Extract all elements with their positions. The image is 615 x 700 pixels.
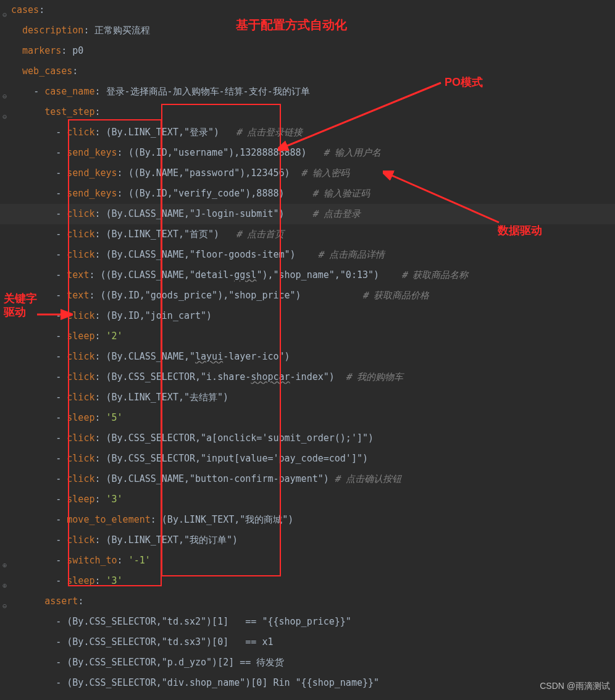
annotation-label-po-mode: PO模式: [445, 72, 483, 93]
annotation-label-keyword-2: 驱动: [4, 302, 26, 323]
fold-toggle-icon[interactable]: ⊕: [2, 576, 9, 596]
fold-toggle-icon[interactable]: ⊖: [2, 86, 9, 107]
fold-toggle-icon[interactable]: ⊖: [2, 107, 9, 127]
fold-toggle-icon[interactable]: ⊕: [2, 555, 9, 576]
fold-toggle-icon[interactable]: ⊖: [2, 5, 9, 25]
watermark: CSDN @雨滴测试: [540, 676, 610, 696]
fold-toggle-icon[interactable]: ⊖: [2, 596, 9, 617]
annotation-label-data-driven: 数据驱动: [498, 221, 542, 241]
annotation-label-config-auto: 基于配置方式自动化: [236, 15, 347, 35]
code-block: cases: description: 正常购买流程 markers: p0 w…: [11, 0, 468, 693]
code-editor: ⊖⊖⊖⊕⊕⊖ cases: description: 正常购买流程 marker…: [0, 0, 615, 700]
fold-gutter: ⊖⊖⊖⊕⊕⊖: [0, 0, 11, 700]
